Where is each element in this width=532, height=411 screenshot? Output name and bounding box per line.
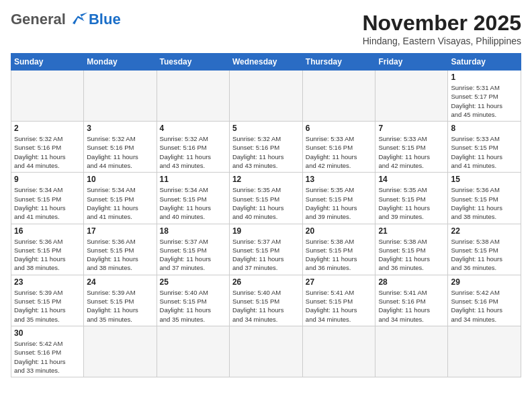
day-info: Sunrise: 5:42 AMSunset: 5:16 PMDaylight:… xyxy=(14,339,81,375)
calendar-week-row: 16Sunrise: 5:36 AMSunset: 5:15 PMDayligh… xyxy=(11,224,521,275)
title-area: November 2025 Hindang, Eastern Visayas, … xyxy=(362,11,521,46)
day-number: 20 xyxy=(306,226,373,236)
day-info: Sunrise: 5:33 AMSunset: 5:16 PMDaylight:… xyxy=(306,134,373,170)
day-info: Sunrise: 5:35 AMSunset: 5:15 PMDaylight:… xyxy=(378,185,445,221)
month-title: November 2025 xyxy=(362,11,521,36)
day-number: 8 xyxy=(451,124,518,133)
calendar-cell: 7Sunrise: 5:33 AMSunset: 5:15 PMDaylight… xyxy=(375,122,448,173)
location-title: Hindang, Eastern Visayas, Philippines xyxy=(362,36,521,46)
day-number: 4 xyxy=(160,124,226,133)
calendar-cell: 14Sunrise: 5:35 AMSunset: 5:15 PMDayligh… xyxy=(375,173,448,224)
day-number: 7 xyxy=(378,124,445,133)
calendar-cell: 20Sunrise: 5:38 AMSunset: 5:15 PMDayligh… xyxy=(302,224,375,275)
day-info: Sunrise: 5:41 AMSunset: 5:16 PMDaylight:… xyxy=(378,288,445,324)
day-number: 21 xyxy=(378,226,445,236)
calendar-cell: 17Sunrise: 5:36 AMSunset: 5:15 PMDayligh… xyxy=(84,224,157,275)
day-info: Sunrise: 5:39 AMSunset: 5:15 PMDaylight:… xyxy=(87,288,153,324)
calendar-week-row: 30Sunrise: 5:42 AMSunset: 5:16 PMDayligh… xyxy=(11,326,521,377)
calendar-cell: 30Sunrise: 5:42 AMSunset: 5:16 PMDayligh… xyxy=(11,326,84,377)
weekday-header-wednesday: Wednesday xyxy=(229,54,302,71)
day-number: 16 xyxy=(14,226,81,236)
calendar-cell: 22Sunrise: 5:38 AMSunset: 5:15 PMDayligh… xyxy=(448,224,521,275)
calendar-cell: 15Sunrise: 5:36 AMSunset: 5:15 PMDayligh… xyxy=(448,173,521,224)
day-info: Sunrise: 5:32 AMSunset: 5:16 PMDaylight:… xyxy=(160,134,226,170)
calendar-cell: 8Sunrise: 5:33 AMSunset: 5:15 PMDaylight… xyxy=(448,122,521,173)
day-number: 23 xyxy=(14,277,81,287)
calendar-cell: 6Sunrise: 5:33 AMSunset: 5:16 PMDaylight… xyxy=(302,122,375,173)
weekday-header-row: SundayMondayTuesdayWednesdayThursdayFrid… xyxy=(11,54,521,71)
day-info: Sunrise: 5:31 AMSunset: 5:17 PMDaylight:… xyxy=(451,83,518,119)
logo-bird-icon xyxy=(67,11,89,28)
day-number: 30 xyxy=(14,328,81,338)
calendar-cell: 9Sunrise: 5:34 AMSunset: 5:15 PMDaylight… xyxy=(11,173,84,224)
calendar-table: SundayMondayTuesdayWednesdayThursdayFrid… xyxy=(11,53,521,377)
day-info: Sunrise: 5:42 AMSunset: 5:16 PMDaylight:… xyxy=(451,288,518,324)
calendar-cell: 25Sunrise: 5:40 AMSunset: 5:15 PMDayligh… xyxy=(157,275,229,326)
calendar-cell: 18Sunrise: 5:37 AMSunset: 5:15 PMDayligh… xyxy=(157,224,229,275)
svg-marker-0 xyxy=(73,13,87,25)
day-info: Sunrise: 5:40 AMSunset: 5:15 PMDaylight:… xyxy=(160,288,226,324)
day-number: 19 xyxy=(232,226,300,236)
day-number: 14 xyxy=(378,175,445,184)
day-info: Sunrise: 5:34 AMSunset: 5:15 PMDaylight:… xyxy=(87,185,153,221)
calendar-cell: 16Sunrise: 5:36 AMSunset: 5:15 PMDayligh… xyxy=(11,224,84,275)
calendar-cell: 5Sunrise: 5:32 AMSunset: 5:16 PMDaylight… xyxy=(229,122,302,173)
day-number: 26 xyxy=(232,277,300,287)
calendar-cell xyxy=(84,71,157,122)
day-number: 1 xyxy=(451,73,518,82)
calendar-cell xyxy=(302,71,375,122)
day-info: Sunrise: 5:37 AMSunset: 5:15 PMDaylight:… xyxy=(232,237,300,273)
day-number: 17 xyxy=(87,226,153,236)
day-info: Sunrise: 5:32 AMSunset: 5:16 PMDaylight:… xyxy=(87,134,153,170)
calendar-cell: 27Sunrise: 5:41 AMSunset: 5:15 PMDayligh… xyxy=(302,275,375,326)
calendar-cell: 23Sunrise: 5:39 AMSunset: 5:15 PMDayligh… xyxy=(11,275,84,326)
day-number: 10 xyxy=(87,175,153,184)
calendar-cell: 26Sunrise: 5:40 AMSunset: 5:15 PMDayligh… xyxy=(229,275,302,326)
day-info: Sunrise: 5:38 AMSunset: 5:15 PMDaylight:… xyxy=(378,237,445,273)
weekday-header-thursday: Thursday xyxy=(302,54,375,71)
day-info: Sunrise: 5:37 AMSunset: 5:15 PMDaylight:… xyxy=(160,237,226,273)
calendar-week-row: 23Sunrise: 5:39 AMSunset: 5:15 PMDayligh… xyxy=(11,275,521,326)
calendar-cell xyxy=(229,71,302,122)
calendar-cell: 29Sunrise: 5:42 AMSunset: 5:16 PMDayligh… xyxy=(448,275,521,326)
day-info: Sunrise: 5:35 AMSunset: 5:15 PMDaylight:… xyxy=(232,185,300,221)
day-number: 11 xyxy=(160,175,226,184)
weekday-header-saturday: Saturday xyxy=(448,54,521,71)
weekday-header-friday: Friday xyxy=(375,54,448,71)
calendar-cell xyxy=(448,326,521,377)
calendar-week-row: 9Sunrise: 5:34 AMSunset: 5:15 PMDaylight… xyxy=(11,173,521,224)
calendar-cell: 19Sunrise: 5:37 AMSunset: 5:15 PMDayligh… xyxy=(229,224,302,275)
day-number: 9 xyxy=(14,175,81,184)
calendar-cell: 12Sunrise: 5:35 AMSunset: 5:15 PMDayligh… xyxy=(229,173,302,224)
day-number: 5 xyxy=(232,124,300,133)
day-info: Sunrise: 5:38 AMSunset: 5:15 PMDaylight:… xyxy=(451,237,518,273)
day-number: 25 xyxy=(160,277,226,287)
calendar-cell: 21Sunrise: 5:38 AMSunset: 5:15 PMDayligh… xyxy=(375,224,448,275)
logo: General Blue xyxy=(11,11,121,28)
day-number: 2 xyxy=(14,124,81,133)
day-number: 18 xyxy=(160,226,226,236)
day-info: Sunrise: 5:32 AMSunset: 5:16 PMDaylight:… xyxy=(232,134,300,170)
day-number: 22 xyxy=(451,226,518,236)
calendar-cell: 10Sunrise: 5:34 AMSunset: 5:15 PMDayligh… xyxy=(84,173,157,224)
day-number: 29 xyxy=(451,277,518,287)
calendar-cell: 13Sunrise: 5:35 AMSunset: 5:15 PMDayligh… xyxy=(302,173,375,224)
logo-general-text: General xyxy=(11,11,66,28)
day-info: Sunrise: 5:34 AMSunset: 5:15 PMDaylight:… xyxy=(14,185,81,221)
day-info: Sunrise: 5:33 AMSunset: 5:15 PMDaylight:… xyxy=(378,134,445,170)
calendar-cell xyxy=(11,71,84,122)
day-number: 6 xyxy=(306,124,373,133)
day-info: Sunrise: 5:34 AMSunset: 5:15 PMDaylight:… xyxy=(160,185,226,221)
calendar-cell: 24Sunrise: 5:39 AMSunset: 5:15 PMDayligh… xyxy=(84,275,157,326)
calendar-cell xyxy=(157,71,229,122)
calendar-cell: 3Sunrise: 5:32 AMSunset: 5:16 PMDaylight… xyxy=(84,122,157,173)
day-info: Sunrise: 5:38 AMSunset: 5:15 PMDaylight:… xyxy=(306,237,373,273)
day-info: Sunrise: 5:33 AMSunset: 5:15 PMDaylight:… xyxy=(451,134,518,170)
day-info: Sunrise: 5:36 AMSunset: 5:15 PMDaylight:… xyxy=(451,185,518,221)
day-number: 13 xyxy=(306,175,373,184)
day-info: Sunrise: 5:32 AMSunset: 5:16 PMDaylight:… xyxy=(14,134,81,170)
calendar-cell: 28Sunrise: 5:41 AMSunset: 5:16 PMDayligh… xyxy=(375,275,448,326)
day-info: Sunrise: 5:35 AMSunset: 5:15 PMDaylight:… xyxy=(306,185,373,221)
calendar-cell xyxy=(375,71,448,122)
day-info: Sunrise: 5:36 AMSunset: 5:15 PMDaylight:… xyxy=(14,237,81,273)
